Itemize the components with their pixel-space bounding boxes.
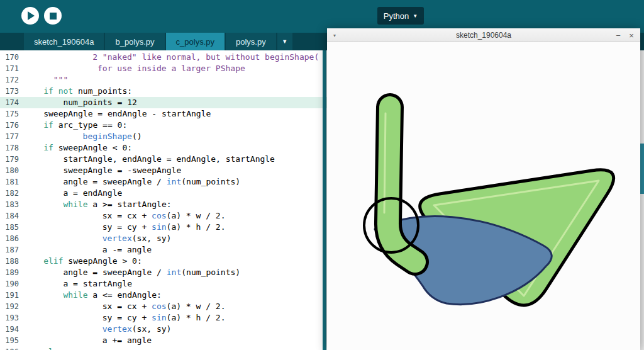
code-text: sy = cy + sin(a) * h / 2. [24,312,225,324]
line-number: 192 [0,301,19,312]
code-text: sweepAngle = -sweepAngle [24,165,181,176]
line-number: 185 [0,222,19,233]
chevron-down-icon: ▼ [413,13,418,19]
line-number: 178 [0,142,19,154]
tab-label: c_polys.py [176,37,214,47]
tab-label: polys.py [236,37,266,47]
code-text: if sweepAngle < 0: [24,142,132,154]
code-text: while a >= startAngle: [24,199,172,210]
sketch-titlebar[interactable]: ▾ sketch_190604a − × [327,28,640,42]
code-text: elif sweepAngle > 0: [24,256,142,267]
line-number: 187 [0,244,19,256]
window-edge-accent [323,50,326,350]
sketch-window: ▾ sketch_190604a − × [327,28,640,350]
code-text: vertex(sx, sy) [24,324,171,335]
screen: Python ▼ sketch_190604ab_polys.pyc_polys… [0,0,644,350]
code-text: if not num_points: [24,86,132,97]
line-number: 172 [0,74,19,86]
tab-c_polys.py[interactable]: c_polys.py [166,33,225,50]
line-number: 188 [0,256,19,267]
tab-list: sketch_190604ab_polys.pyc_polys.pypolys.… [24,33,277,50]
play-icon [28,11,35,20]
line-number: 182 [0,188,19,199]
stop-icon [50,13,57,20]
line-number: 181 [0,176,19,188]
code-text: if arc_type == 0: [24,120,127,131]
code-text: a = startAngle [24,278,132,290]
code-text: startAngle, endAngle = endAngle, startAn… [24,154,275,165]
code-text: """ [24,74,68,86]
line-number: 183 [0,199,19,210]
line-number: 191 [0,290,19,301]
code-text: a = endAngle [24,188,122,199]
line-number: 175 [0,108,19,120]
code-text: 2 "naked" like normal, but without begin… [24,52,319,63]
tab-sketch_190604a[interactable]: sketch_190604a [24,33,104,50]
code-text: while a <= endAngle: [24,290,162,301]
scrollbar-thumb[interactable] [640,144,644,194]
line-number: 171 [0,63,19,74]
line-number: 190 [0,278,19,290]
code-text: num_points = 12 [24,97,137,108]
sketch-drawing [327,43,640,350]
code-text: a += angle [24,335,152,346]
dropdown-icon: ▼ [282,38,287,45]
code-text: a -= angle [24,244,152,256]
line-number: 170 [0,52,19,63]
sketch-window-title: sketch_190604a [327,31,640,40]
line-number: 186 [0,233,19,244]
tab-label: b_polys.py [115,37,154,47]
line-number: 180 [0,165,19,176]
stop-button[interactable] [44,7,62,25]
code-text: sx = cx + cos(a) * w / 2. [24,301,225,312]
sketch-canvas [327,43,640,350]
code-text: sy = cy + sin(a) * h / 2. [24,222,225,233]
mode-selector-button[interactable]: Python ▼ [377,7,424,25]
editor-scrollbar[interactable] [640,50,644,350]
line-number: 194 [0,324,19,335]
run-button[interactable] [21,7,39,25]
tab-polys.py[interactable]: polys.py [226,33,276,50]
line-number: 184 [0,210,19,222]
code-text: beginShape() [24,131,142,142]
line-number: 193 [0,312,19,324]
line-number: 174 [0,97,19,108]
code-text: sweepAngle = endAngle - startAngle [24,108,211,120]
code-text: for use inside a larger PShape [24,63,245,74]
line-number: 196 [0,346,19,350]
line-number: 189 [0,267,19,278]
code-text: else: [24,346,68,350]
window-menu-icon[interactable]: ▾ [333,28,336,42]
tab-b_polys.py[interactable]: b_polys.py [105,33,164,50]
line-number: 173 [0,86,19,97]
code-text: angle = sweepAngle / int(num_points) [24,267,240,278]
mode-label: Python [384,11,409,21]
code-text: vertex(sx, sy) [24,233,171,244]
line-number: 177 [0,131,19,142]
code-text: sx = cx + cos(a) * w / 2. [24,210,225,222]
close-button[interactable]: × [626,28,637,42]
tab-menu-button[interactable]: ▼ [277,33,292,50]
line-number: 179 [0,154,19,165]
tab-label: sketch_190604a [34,37,94,47]
line-number: 176 [0,120,19,131]
minimize-button[interactable]: − [613,28,624,42]
code-text: angle = sweepAngle / int(num_points) [24,176,240,188]
line-number: 195 [0,335,19,346]
